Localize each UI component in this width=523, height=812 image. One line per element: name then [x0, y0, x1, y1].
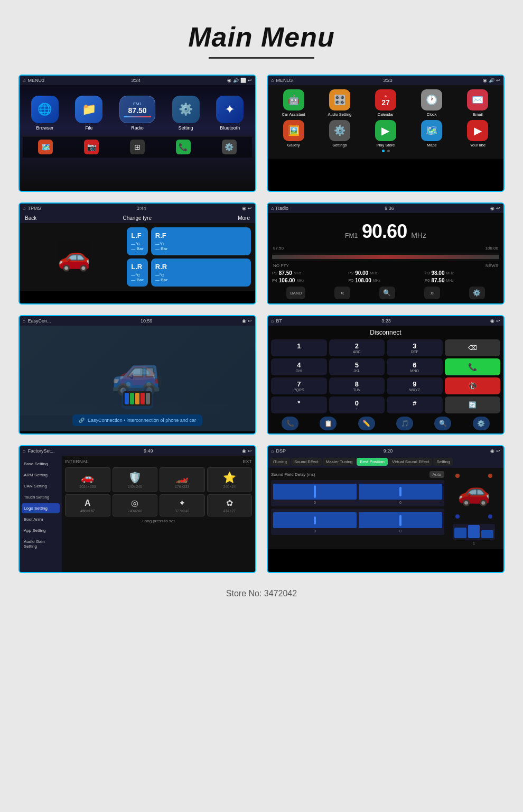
- logo-setting-item[interactable]: Logo Setting: [22, 503, 60, 513]
- settings-button[interactable]: ⚙️: [469, 287, 485, 299]
- back-icon8[interactable]: ↩: [496, 448, 500, 454]
- bt-music-button[interactable]: 🎵: [396, 417, 413, 430]
- preset-p1[interactable]: P1 87.50 MHz: [272, 270, 347, 276]
- bt-search-button[interactable]: 🔍: [434, 417, 451, 430]
- email-app[interactable]: ✉️ Email: [456, 89, 499, 117]
- preset-p5[interactable]: P5 108.00 MHz: [348, 278, 423, 283]
- logo-bmw[interactable]: ◎240×240: [113, 494, 158, 516]
- key-7[interactable]: 7PQRS: [271, 377, 327, 394]
- home-icon4[interactable]: ⌂: [271, 206, 274, 211]
- back-icon6[interactable]: ↩: [496, 318, 500, 324]
- dsp-tab-best-position[interactable]: Best Position: [357, 458, 388, 466]
- dsp-tab-sound-effect[interactable]: Sound Effect: [291, 458, 322, 466]
- car-assistant-app[interactable]: 🤖 Car Assistant: [272, 89, 315, 117]
- key-call-red[interactable]: 📵: [445, 377, 501, 394]
- bt-contacts-button[interactable]: 📋: [320, 417, 337, 430]
- audio-setting-app[interactable]: 🎛️ Audio Setting: [318, 89, 361, 117]
- logo-other[interactable]: ✿414×27: [207, 494, 253, 516]
- preset-p4[interactable]: P4 106.00 MHz: [272, 278, 347, 283]
- band-button[interactable]: BAND: [286, 287, 305, 299]
- camera-bottom-icon[interactable]: 📷: [84, 140, 99, 154]
- back-icon2[interactable]: ↩: [496, 78, 500, 83]
- app-grid: 🤖 Car Assistant 🎛️ Audio Setting ● 27 Ca…: [272, 89, 499, 147]
- dsp-auto-button[interactable]: Auto: [429, 471, 444, 478]
- back-icon3[interactable]: ↩: [248, 206, 252, 211]
- dsp-tab-ituning[interactable]: iTuning: [270, 458, 290, 466]
- prev-button[interactable]: «: [334, 287, 350, 299]
- logo-audi[interactable]: A458×167: [65, 494, 110, 516]
- phone-bottom-icon[interactable]: 📞: [176, 140, 191, 154]
- clock-app[interactable]: 🕐 Clock: [410, 89, 453, 117]
- dsp-tab-virtual[interactable]: Virtual Sound Effect: [389, 458, 432, 466]
- back-icon7[interactable]: ↩: [248, 448, 252, 454]
- file-app[interactable]: 📁 File: [75, 96, 102, 131]
- tpms-more-button[interactable]: More: [238, 215, 250, 221]
- bluetooth-icon: ✦: [216, 96, 244, 123]
- key-6[interactable]: 6MNO: [387, 358, 443, 375]
- key-call-green[interactable]: 📞: [445, 358, 501, 375]
- boot-anim-item[interactable]: Boot Anim: [22, 514, 60, 524]
- arm-setting-item[interactable]: ARM Setting: [22, 470, 60, 480]
- email-label: Email: [473, 112, 483, 117]
- app-setting-item[interactable]: App Setting: [22, 525, 60, 536]
- key-9[interactable]: 9WXYZ: [387, 377, 443, 394]
- audio-gain-setting-item[interactable]: Audio Gain Setting: [22, 537, 60, 551]
- bt-edit-button[interactable]: ✏️: [358, 417, 375, 430]
- settings-bottom-icon[interactable]: ⚙️: [222, 140, 237, 154]
- maps-bottom-icon[interactable]: 🗺️: [38, 140, 53, 154]
- apps-bottom-icon[interactable]: ⊞: [130, 140, 145, 154]
- dsp-tab-master-tuning[interactable]: Master Tuning: [323, 458, 356, 466]
- back-icon4[interactable]: ↩: [496, 206, 500, 211]
- home-icon[interactable]: ⌂: [23, 78, 25, 83]
- easyconnect-time: 10:59: [141, 318, 153, 324]
- gallery-app[interactable]: 🖼️ Gallery: [272, 120, 315, 147]
- logo-porsche[interactable]: 🏎️176×233: [160, 467, 205, 492]
- search-button[interactable]: 🔍: [379, 287, 395, 299]
- home-icon8[interactable]: ⌂: [271, 448, 274, 454]
- logo-mercedes[interactable]: ⭐240×24: [207, 467, 253, 492]
- home-icon5[interactable]: ⌂: [23, 318, 25, 324]
- dsp-tab-setting[interactable]: Setting: [433, 458, 453, 466]
- home-icon7[interactable]: ⌂: [23, 448, 25, 454]
- key-hash[interactable]: #: [387, 396, 443, 413]
- logo-car[interactable]: 🚗1024×600: [65, 467, 110, 492]
- maps-app[interactable]: 🗺️ Maps: [410, 120, 453, 147]
- logo-shield[interactable]: 🛡️240×240: [113, 467, 158, 492]
- key-2[interactable]: 2ABC: [329, 339, 385, 356]
- key-star[interactable]: *: [271, 396, 327, 413]
- tpms-back-button[interactable]: Back: [25, 215, 36, 221]
- key-3[interactable]: 3DEF: [387, 339, 443, 356]
- home-icon6[interactable]: ⌂: [271, 318, 274, 324]
- play-store-app[interactable]: ▶ Play Store: [364, 120, 407, 147]
- home-icon3[interactable]: ⌂: [23, 206, 25, 211]
- back-icon[interactable]: ↩: [248, 78, 252, 83]
- key-refresh[interactable]: 🔄: [445, 396, 501, 413]
- preset-p2[interactable]: P2 90.00 MHz: [348, 270, 423, 276]
- home-icon2[interactable]: ⌂: [271, 78, 274, 83]
- browser-app[interactable]: 🌐 Browser: [31, 96, 59, 131]
- base-setting-item[interactable]: Base Setting: [22, 459, 60, 469]
- calendar-app[interactable]: ● 27 Calendar: [364, 89, 407, 117]
- preset-p6[interactable]: P6 87.50 MHz: [425, 278, 499, 283]
- key-4[interactable]: 4GHI: [271, 358, 327, 375]
- preset-p3[interactable]: P3 98.00 MHz: [425, 270, 499, 276]
- key-backspace[interactable]: ⌫: [445, 339, 501, 356]
- radio-app[interactable]: FM1 87.50 Radio: [119, 96, 155, 131]
- car-assistant-icon: 🤖: [283, 89, 304, 110]
- bt-call-button[interactable]: 📞: [282, 417, 298, 430]
- settings-app[interactable]: ⚙️ Settings: [318, 120, 361, 147]
- next-button[interactable]: »: [424, 287, 440, 299]
- back-icon5[interactable]: ↩: [248, 318, 252, 324]
- touch-setting-item[interactable]: Touch Setting: [22, 492, 60, 502]
- can-setting-item[interactable]: CAN Setting: [22, 481, 60, 491]
- key-1[interactable]: 1: [271, 339, 327, 356]
- key-0[interactable]: 0+: [329, 396, 385, 413]
- logo-chery[interactable]: ✦377×240: [160, 494, 205, 516]
- volume-icon2: 🔊: [489, 78, 494, 83]
- setting-app[interactable]: ⚙️ Setting: [172, 96, 200, 131]
- bluetooth-app[interactable]: ✦ Bluetooth: [216, 96, 244, 131]
- key-5[interactable]: 5JKL: [329, 358, 385, 375]
- key-8[interactable]: 8TUV: [329, 377, 385, 394]
- bt-settings-button[interactable]: ⚙️: [473, 417, 490, 430]
- youtube-app[interactable]: ▶ YouTube: [456, 120, 499, 147]
